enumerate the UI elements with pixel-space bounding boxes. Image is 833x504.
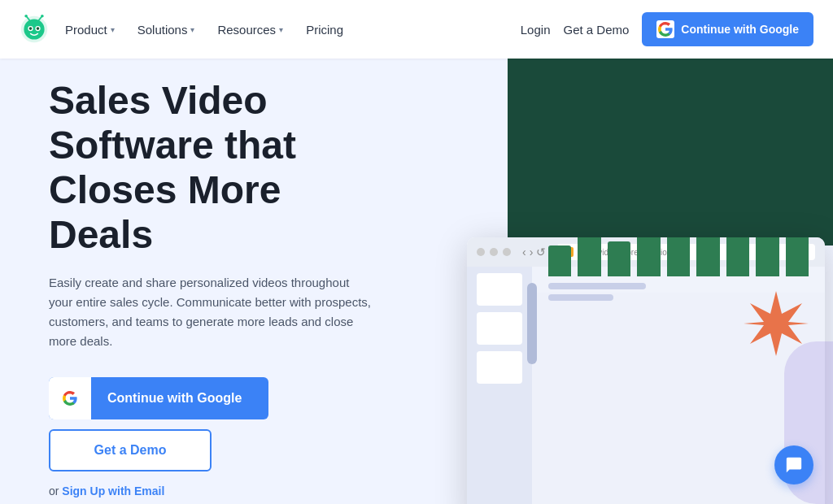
browser-nav: ‹ › ↺ (522, 245, 546, 259)
browser-dot-red (477, 248, 485, 256)
nav-right: Login Get a Demo Continue with Google (521, 12, 813, 46)
hero-left: Sales Video Software that Closes More De… (0, 59, 423, 504)
browser-refresh-icon: ↺ (536, 245, 546, 259)
login-link[interactable]: Login (521, 23, 551, 37)
logo[interactable] (20, 15, 49, 44)
nav-continue-google-button[interactable]: Continue with Google (642, 12, 813, 46)
chart-bar (726, 237, 749, 276)
chat-bubble[interactable] (774, 445, 813, 484)
nav-resources[interactable]: Resources ▾ (207, 16, 293, 43)
chart-bar (696, 237, 719, 276)
sidebar-item-mock (477, 312, 522, 345)
chevron-down-icon: ▾ (279, 25, 283, 34)
svg-point-1 (24, 19, 44, 39)
get-demo-link[interactable]: Get a Demo (563, 23, 629, 37)
nav-product[interactable]: Product ▾ (55, 16, 124, 43)
chart-area (548, 237, 809, 276)
browser-mockup: ‹ › ↺ www.vidyard.presentation.com (467, 237, 825, 504)
continue-google-button[interactable]: Continue with Google (49, 377, 268, 419)
hero-title: Sales Video Software that Closes More De… (49, 78, 384, 258)
chevron-down-icon: ▾ (111, 25, 115, 34)
google-icon-wrap (49, 377, 91, 419)
nav-links: Product ▾ Solutions ▾ Resources ▾ Pricin… (55, 16, 521, 43)
sidebar-item-mock (477, 351, 522, 384)
signup-email-line: or Sign Up with Email (49, 484, 164, 497)
content-line (548, 283, 646, 289)
nav-solutions[interactable]: Solutions ▾ (128, 16, 205, 43)
scrollbar-handle (527, 283, 537, 364)
svg-point-8 (29, 27, 33, 30)
chart-bar (637, 237, 660, 276)
browser-dot-green (503, 248, 511, 256)
hero-section: Sales Video Software that Closes More De… (0, 59, 833, 504)
nav-pricing[interactable]: Pricing (296, 16, 353, 43)
browser-sidebar (467, 267, 532, 504)
video-placeholder (508, 59, 833, 245)
browser-body (467, 267, 825, 504)
signup-email-link[interactable]: Sign Up with Email (62, 484, 164, 497)
get-demo-button[interactable]: Get a Demo (49, 429, 212, 471)
chart-bar (608, 241, 630, 276)
navbar: Product ▾ Solutions ▾ Resources ▾ Pricin… (0, 0, 833, 59)
hero-right: ‹ › ↺ www.vidyard.presentation.com (426, 59, 833, 504)
sidebar-item-mock (477, 273, 522, 306)
chart-bar (578, 237, 600, 276)
chart-bar (548, 245, 571, 276)
chevron-down-icon: ▾ (190, 25, 194, 34)
hero-subtitle: Easily create and share personalized vid… (49, 273, 374, 351)
google-icon (656, 20, 674, 38)
browser-content (532, 267, 825, 293)
content-line (548, 294, 613, 301)
svg-point-9 (37, 27, 40, 30)
cta-group: Continue with Google Get a Demo or Sign … (49, 377, 384, 497)
chart-bar (667, 237, 690, 276)
chart-bar (786, 237, 809, 276)
svg-point-5 (41, 15, 44, 18)
browser-forward-icon: › (530, 245, 534, 259)
browser-dot-yellow (490, 248, 498, 256)
chart-bar (756, 237, 778, 276)
browser-back-icon: ‹ (522, 245, 526, 259)
svg-point-3 (24, 15, 28, 18)
